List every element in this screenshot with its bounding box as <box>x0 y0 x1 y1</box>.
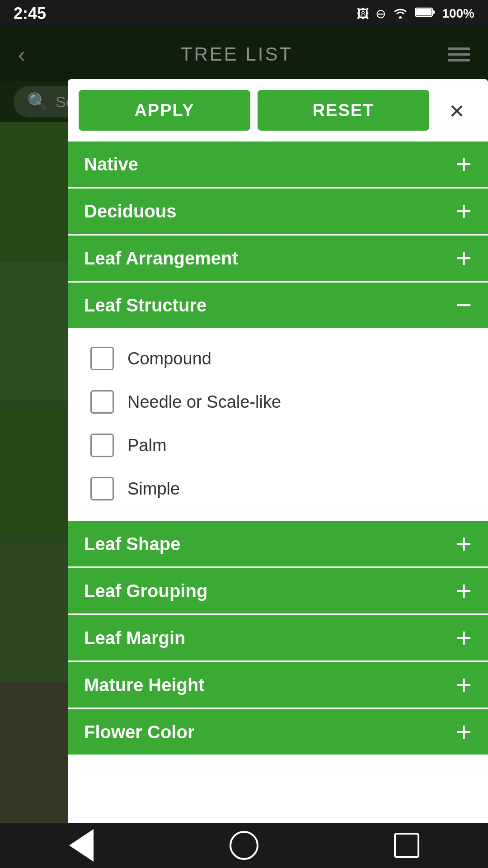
filter-leaf-structure-label: Leaf Structure <box>84 295 206 316</box>
leaf-structure-options: Compound Needle or Scale-like Palm Simpl… <box>68 328 488 519</box>
filter-leaf-shape-icon: + <box>456 530 472 557</box>
filter-native-icon: + <box>456 151 472 178</box>
modal-header: APPLY RESET × <box>68 79 488 142</box>
checkbox-palm-label: Palm <box>127 436 167 455</box>
filter-mature-height-label: Mature Height <box>84 675 205 695</box>
checkbox-needle-or-scale-like[interactable]: Needle or Scale-like <box>81 380 474 424</box>
filter-leaf-arrangement-icon: + <box>456 245 472 272</box>
filter-list: Native + Deciduous + Leaf Arrangement + … <box>68 142 488 868</box>
checkbox-palm[interactable]: Palm <box>81 424 474 467</box>
nav-back-button[interactable] <box>63 827 99 863</box>
filter-flower-color-label: Flower Color <box>84 722 194 742</box>
nav-recents-button[interactable] <box>389 827 425 863</box>
close-button[interactable]: × <box>436 90 477 131</box>
filter-flower-color[interactable]: Flower Color + <box>68 709 488 755</box>
recents-square-icon <box>394 833 419 858</box>
close-icon: × <box>450 96 465 125</box>
checkbox-palm-box[interactable] <box>90 434 114 457</box>
filter-leaf-margin-icon: + <box>456 624 472 651</box>
status-bar: 2:45 🖼 ⊖ 100% <box>0 0 488 27</box>
checkbox-compound-box[interactable] <box>90 347 114 370</box>
status-time: 2:45 <box>14 4 46 23</box>
filter-leaf-shape[interactable]: Leaf Shape + <box>68 521 488 566</box>
filter-leaf-arrangement-label: Leaf Arrangement <box>84 248 238 269</box>
filter-modal: APPLY RESET × Native + Deciduous + Leaf … <box>68 79 488 868</box>
svg-rect-2 <box>416 9 432 15</box>
filter-leaf-structure-icon: − <box>456 292 472 319</box>
checkbox-simple[interactable]: Simple <box>81 467 474 510</box>
filter-leaf-grouping-icon: + <box>456 577 472 604</box>
battery-percentage: 100% <box>442 6 474 21</box>
dnd-icon: ⊖ <box>375 6 386 21</box>
checkbox-compound-label: Compound <box>127 349 211 368</box>
checkbox-simple-label: Simple <box>127 479 180 499</box>
image-icon: 🖼 <box>357 6 369 21</box>
filter-leaf-grouping[interactable]: Leaf Grouping + <box>68 568 488 613</box>
filter-deciduous-label: Deciduous <box>84 201 176 222</box>
home-circle-icon <box>230 831 258 860</box>
svg-rect-1 <box>432 10 435 14</box>
nav-home-button[interactable] <box>226 827 262 863</box>
checkbox-needle-label: Needle or Scale-like <box>127 392 281 412</box>
filter-leaf-shape-label: Leaf Shape <box>84 534 180 554</box>
filter-deciduous-icon: + <box>456 198 472 225</box>
filter-native-label: Native <box>84 154 138 175</box>
filter-leaf-grouping-label: Leaf Grouping <box>84 581 207 601</box>
reset-button[interactable]: RESET <box>258 90 429 131</box>
back-arrow-icon <box>69 829 94 862</box>
checkbox-needle-box[interactable] <box>90 390 114 414</box>
apply-button[interactable]: APPLY <box>79 90 250 131</box>
nav-bar <box>0 823 488 868</box>
status-icons: 🖼 ⊖ 100% <box>357 6 474 22</box>
filter-leaf-structure[interactable]: Leaf Structure − <box>68 283 488 328</box>
filter-leaf-margin[interactable]: Leaf Margin + <box>68 615 488 660</box>
filter-flower-color-icon: + <box>456 718 472 745</box>
filter-leaf-margin-label: Leaf Margin <box>84 628 185 648</box>
battery-icon <box>415 6 436 21</box>
filter-mature-height-icon: + <box>456 671 472 698</box>
checkbox-compound[interactable]: Compound <box>81 337 474 380</box>
checkbox-simple-box[interactable] <box>90 477 114 500</box>
filter-native[interactable]: Native + <box>68 142 488 187</box>
filter-mature-height[interactable]: Mature Height + <box>68 662 488 708</box>
wifi-icon <box>392 6 408 22</box>
filter-deciduous[interactable]: Deciduous + <box>68 189 488 234</box>
filter-leaf-arrangement[interactable]: Leaf Arrangement + <box>68 236 488 281</box>
